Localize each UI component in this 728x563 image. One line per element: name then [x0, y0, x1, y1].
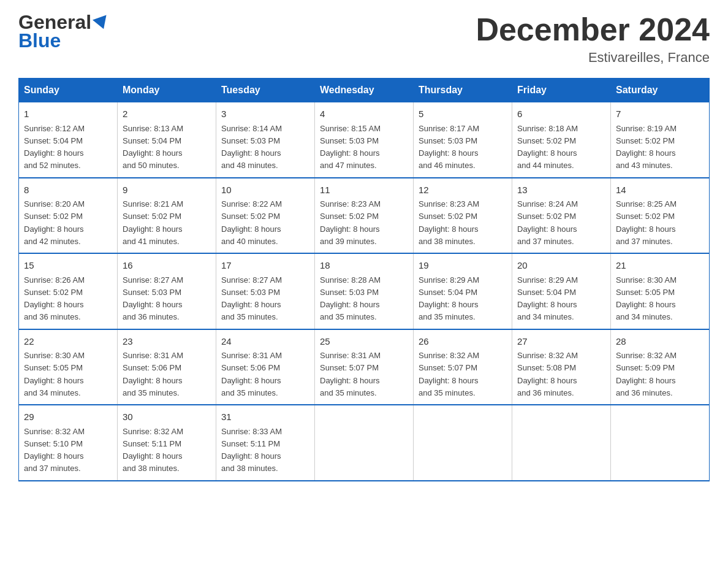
calendar-cell: 1Sunrise: 8:12 AMSunset: 5:04 PMDaylight… [19, 102, 118, 178]
day-info: Sunrise: 8:23 AMSunset: 5:02 PMDaylight:… [320, 199, 381, 246]
calendar-table: Sunday Monday Tuesday Wednesday Thursday… [18, 78, 710, 481]
logo: General Blue [18, 12, 111, 52]
calendar-cell: 21Sunrise: 8:30 AMSunset: 5:05 PMDayligh… [611, 253, 710, 329]
calendar-cell: 16Sunrise: 8:27 AMSunset: 5:03 PMDayligh… [118, 253, 216, 329]
day-number: 14 [616, 183, 704, 197]
day-info: Sunrise: 8:26 AMSunset: 5:02 PMDaylight:… [24, 275, 85, 322]
calendar-cell: 10Sunrise: 8:22 AMSunset: 5:02 PMDayligh… [216, 178, 315, 254]
day-info: Sunrise: 8:27 AMSunset: 5:03 PMDaylight:… [221, 275, 282, 322]
day-number: 4 [320, 107, 408, 121]
day-info: Sunrise: 8:24 AMSunset: 5:02 PMDaylight:… [517, 199, 578, 246]
calendar-week-row: 15Sunrise: 8:26 AMSunset: 5:02 PMDayligh… [19, 253, 710, 329]
calendar-cell: 3Sunrise: 8:14 AMSunset: 5:03 PMDaylight… [216, 102, 315, 178]
day-info: Sunrise: 8:20 AMSunset: 5:02 PMDaylight:… [24, 199, 85, 246]
day-number: 7 [616, 107, 704, 121]
day-number: 12 [419, 183, 507, 197]
day-info: Sunrise: 8:18 AMSunset: 5:02 PMDaylight:… [517, 124, 578, 170]
col-tuesday: Tuesday [216, 79, 315, 102]
calendar-cell: 9Sunrise: 8:21 AMSunset: 5:02 PMDaylight… [118, 178, 216, 254]
day-info: Sunrise: 8:30 AMSunset: 5:05 PMDaylight:… [24, 351, 85, 397]
day-number: 18 [320, 259, 408, 273]
day-info: Sunrise: 8:31 AMSunset: 5:06 PMDaylight:… [221, 351, 282, 397]
day-number: 5 [419, 107, 507, 121]
day-number: 8 [24, 183, 112, 197]
page-subtitle: Estivareilles, France [476, 50, 710, 66]
calendar-cell [611, 405, 710, 481]
calendar-cell: 24Sunrise: 8:31 AMSunset: 5:06 PMDayligh… [216, 329, 315, 405]
calendar-cell: 29Sunrise: 8:32 AMSunset: 5:10 PMDayligh… [19, 405, 118, 481]
calendar-cell: 26Sunrise: 8:32 AMSunset: 5:07 PMDayligh… [414, 329, 512, 405]
day-info: Sunrise: 8:13 AMSunset: 5:04 PMDaylight:… [123, 124, 183, 170]
day-info: Sunrise: 8:21 AMSunset: 5:02 PMDaylight:… [123, 199, 183, 246]
day-info: Sunrise: 8:12 AMSunset: 5:04 PMDaylight:… [24, 124, 85, 170]
day-number: 26 [419, 335, 507, 349]
calendar-cell: 8Sunrise: 8:20 AMSunset: 5:02 PMDaylight… [19, 178, 118, 254]
day-info: Sunrise: 8:17 AMSunset: 5:03 PMDaylight:… [419, 124, 479, 170]
day-info: Sunrise: 8:32 AMSunset: 5:10 PMDaylight:… [24, 427, 85, 473]
svg-marker-0 [93, 15, 110, 31]
day-info: Sunrise: 8:33 AMSunset: 5:11 PMDaylight:… [221, 427, 282, 473]
day-info: Sunrise: 8:25 AMSunset: 5:02 PMDaylight:… [616, 199, 677, 246]
calendar-week-row: 8Sunrise: 8:20 AMSunset: 5:02 PMDaylight… [19, 178, 710, 254]
calendar-cell: 28Sunrise: 8:32 AMSunset: 5:09 PMDayligh… [611, 329, 710, 405]
calendar-cell [315, 405, 414, 481]
day-number: 3 [221, 107, 309, 121]
day-info: Sunrise: 8:30 AMSunset: 5:05 PMDaylight:… [616, 275, 677, 322]
calendar-header-row: Sunday Monday Tuesday Wednesday Thursday… [19, 79, 710, 102]
calendar-week-row: 1Sunrise: 8:12 AMSunset: 5:04 PMDaylight… [19, 102, 710, 178]
calendar-cell: 23Sunrise: 8:31 AMSunset: 5:06 PMDayligh… [118, 329, 216, 405]
calendar-cell: 5Sunrise: 8:17 AMSunset: 5:03 PMDaylight… [414, 102, 512, 178]
calendar-cell: 12Sunrise: 8:23 AMSunset: 5:02 PMDayligh… [414, 178, 512, 254]
calendar-cell: 15Sunrise: 8:26 AMSunset: 5:02 PMDayligh… [19, 253, 118, 329]
day-info: Sunrise: 8:28 AMSunset: 5:03 PMDaylight:… [320, 275, 381, 322]
col-friday: Friday [512, 79, 611, 102]
page-header: General Blue December 2024 Estivareilles… [18, 12, 710, 66]
calendar-cell: 18Sunrise: 8:28 AMSunset: 5:03 PMDayligh… [315, 253, 414, 329]
day-number: 29 [24, 410, 112, 424]
col-saturday: Saturday [611, 79, 710, 102]
day-number: 16 [123, 259, 211, 273]
day-number: 24 [221, 335, 309, 349]
day-info: Sunrise: 8:32 AMSunset: 5:07 PMDaylight:… [419, 351, 479, 397]
day-number: 19 [419, 259, 507, 273]
title-section: December 2024 Estivareilles, France [476, 12, 710, 66]
col-wednesday: Wednesday [315, 79, 414, 102]
day-number: 20 [517, 259, 605, 273]
day-number: 13 [517, 183, 605, 197]
day-info: Sunrise: 8:29 AMSunset: 5:04 PMDaylight:… [517, 275, 578, 322]
day-number: 15 [24, 259, 112, 273]
calendar-cell: 4Sunrise: 8:15 AMSunset: 5:03 PMDaylight… [315, 102, 414, 178]
day-info: Sunrise: 8:31 AMSunset: 5:07 PMDaylight:… [320, 351, 381, 397]
day-number: 30 [123, 410, 211, 424]
calendar-cell: 30Sunrise: 8:32 AMSunset: 5:11 PMDayligh… [118, 405, 216, 481]
calendar-cell: 22Sunrise: 8:30 AMSunset: 5:05 PMDayligh… [19, 329, 118, 405]
day-number: 22 [24, 335, 112, 349]
col-monday: Monday [118, 79, 216, 102]
day-number: 23 [123, 335, 211, 349]
calendar-cell: 6Sunrise: 8:18 AMSunset: 5:02 PMDaylight… [512, 102, 611, 178]
day-info: Sunrise: 8:32 AMSunset: 5:09 PMDaylight:… [616, 351, 677, 397]
calendar-week-row: 29Sunrise: 8:32 AMSunset: 5:10 PMDayligh… [19, 405, 710, 481]
day-number: 11 [320, 183, 408, 197]
logo-blue-text: Blue [18, 29, 61, 52]
day-number: 21 [616, 259, 704, 273]
col-sunday: Sunday [19, 79, 118, 102]
day-number: 6 [517, 107, 605, 121]
calendar-cell: 31Sunrise: 8:33 AMSunset: 5:11 PMDayligh… [216, 405, 315, 481]
col-thursday: Thursday [414, 79, 512, 102]
day-number: 9 [123, 183, 211, 197]
day-number: 1 [24, 107, 112, 121]
calendar-cell: 11Sunrise: 8:23 AMSunset: 5:02 PMDayligh… [315, 178, 414, 254]
calendar-cell: 20Sunrise: 8:29 AMSunset: 5:04 PMDayligh… [512, 253, 611, 329]
day-info: Sunrise: 8:22 AMSunset: 5:02 PMDaylight:… [221, 199, 282, 246]
day-number: 27 [517, 335, 605, 349]
calendar-cell: 13Sunrise: 8:24 AMSunset: 5:02 PMDayligh… [512, 178, 611, 254]
day-number: 28 [616, 335, 704, 349]
calendar-cell [414, 405, 512, 481]
calendar-cell: 17Sunrise: 8:27 AMSunset: 5:03 PMDayligh… [216, 253, 315, 329]
day-info: Sunrise: 8:31 AMSunset: 5:06 PMDaylight:… [123, 351, 183, 397]
calendar-week-row: 22Sunrise: 8:30 AMSunset: 5:05 PMDayligh… [19, 329, 710, 405]
calendar-cell: 2Sunrise: 8:13 AMSunset: 5:04 PMDaylight… [118, 102, 216, 178]
day-info: Sunrise: 8:32 AMSunset: 5:08 PMDaylight:… [517, 351, 578, 397]
day-info: Sunrise: 8:27 AMSunset: 5:03 PMDaylight:… [123, 275, 183, 322]
